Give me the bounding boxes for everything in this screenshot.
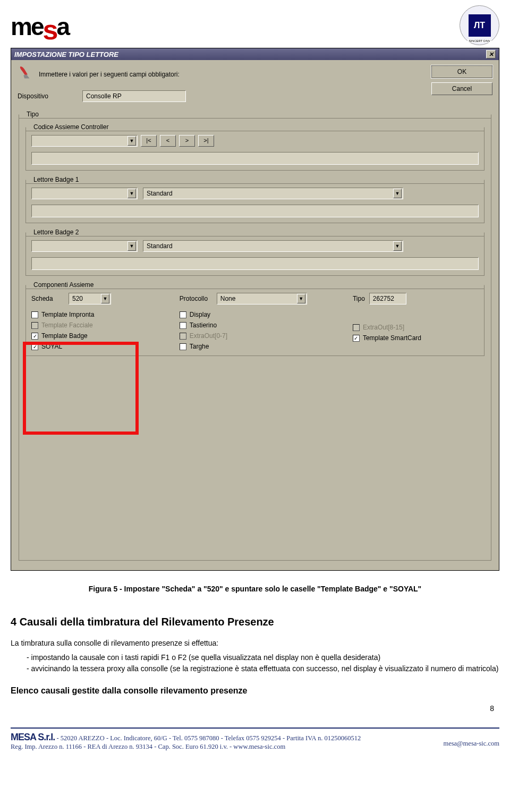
footer-logo: MESA S.r.l. [11,732,55,742]
template-impronta-checkbox[interactable]: Template Impronta [31,311,170,318]
componenti-group: Componenti Assieme Scheda 520▼ Template … [26,281,484,356]
badge2-id-dropdown[interactable]: ▼ [31,240,138,252]
page-header: mesa ЛТ SINCERT DNV [0,0,510,48]
figure-caption: Figura 5 - Impostare "Scheda" a "520" e … [11,583,499,595]
template-badge-checkbox[interactable]: ✓Template Badge [31,332,170,340]
section-title: 4 Causali della timbratura del Rilevamen… [11,616,499,628]
dialog-titlebar: IMPOSTAZIONE TIPO LETTORE ✕ [11,48,499,60]
footer-email: mesa@mesa-sic.com [443,740,499,747]
page-number: 8 [0,704,494,713]
tipo-label: Tipo [353,295,365,302]
chevron-down-icon: ▼ [128,136,136,146]
tipo-value-field: 262752 [369,293,406,304]
template-smartcard-checkbox[interactable]: ✓Template SmartCard [353,334,479,342]
hand-icon [18,65,33,83]
nav-first-button[interactable]: |< [141,135,157,147]
badge1-desc-field[interactable] [31,205,479,217]
codice-desc-field[interactable] [31,152,479,165]
badge2-legend: Lettore Badge 2 [31,229,81,236]
certification-badge: ЛТ SINCERT DNV [460,5,499,45]
componenti-legend: Componenti Assieme [31,281,96,289]
ok-button[interactable]: OK [431,65,492,78]
chevron-down-icon: ▼ [128,189,136,198]
badge1-legend: Lettore Badge 1 [31,176,81,183]
template-facciale-checkbox: Template Facciale [31,322,170,329]
codice-legend: Codice Assieme Controller [31,123,110,131]
chevron-down-icon: ▼ [128,241,136,251]
mesa-logo: mesa [11,10,69,41]
nav-prev-button[interactable]: < [160,135,176,147]
scheda-dropdown[interactable]: 520▼ [69,293,111,304]
badge1-group: Lettore Badge 1 ▼ Standard▼ [26,176,484,223]
intro-text: Immettere i valori per i seguenti campi … [39,71,180,78]
footer-line1: - 52020 AREZZO - Loc. Indicatore, 60/G -… [56,734,361,742]
extraout815-checkbox: ExtraOut[8-15] [353,324,479,331]
badge2-desc-field[interactable] [31,257,479,270]
bullet-item: impostando la causale con i tasti rapidi… [27,652,499,663]
codice-group: Codice Assieme Controller ▼ |< < > >| [26,123,484,171]
bullet-list: impostando la causale con i tasti rapidi… [27,652,499,674]
cert-inner-icon: ЛТ [469,14,491,37]
scheda-value: 520 [72,295,83,302]
badge1-type-dropdown[interactable]: Standard▼ [143,188,403,199]
chevron-down-icon: ▼ [101,294,109,303]
tipo-legend: Tipo [24,111,41,118]
chevron-down-icon: ▼ [297,294,305,303]
dialog-window: IMPOSTAZIONE TIPO LETTORE ✕ Immettere i … [11,48,499,571]
cert-label: SINCERT DNV [468,39,491,43]
targhe-checkbox[interactable]: Targhe [180,343,343,350]
display-checkbox[interactable]: Display [180,311,343,318]
device-field[interactable]: Consolle RP [82,90,186,102]
extraout07-checkbox: ExtraOut[0-7] [180,332,343,340]
codice-dropdown[interactable]: ▼ [31,135,138,147]
protocollo-dropdown[interactable]: None▼ [217,293,307,304]
dialog-title: IMPOSTAZIONE TIPO LETTORE [14,50,118,58]
protocollo-value: None [220,295,236,302]
scheda-label: Scheda [31,295,63,302]
nav-last-button[interactable]: >| [198,135,214,147]
tastierino-checkbox[interactable]: Tastierino [180,322,343,329]
soyal-checkbox[interactable]: ✓SOYAL [31,343,170,350]
cancel-button[interactable]: Cancel [431,82,492,95]
badge1-id-dropdown[interactable]: ▼ [31,188,138,199]
device-label: Dispositivo [18,92,76,100]
badge2-type-dropdown[interactable]: Standard▼ [143,240,403,252]
protocollo-label: Protocollo [180,295,211,302]
badge1-type-value: Standard [147,190,173,197]
chevron-down-icon: ▼ [393,241,402,251]
close-button[interactable]: ✕ [486,50,496,58]
bullet-item: avvicinando la tessera proxy alla consol… [27,663,499,674]
section-intro: La timbratura sulla consolle di rilevame… [11,638,499,649]
chevron-down-icon: ▼ [393,189,402,198]
badge2-group: Lettore Badge 2 ▼ Standard▼ [26,229,484,276]
badge2-type-value: Standard [147,242,173,250]
tipo-group: Tipo Codice Assieme Controller ▼ |< < > … [19,111,491,561]
page-footer: MESA S.r.l. - 52020 AREZZO - Loc. Indica… [11,728,499,757]
footer-line2: Reg. Imp. Arezzo n. 11166 - REA di Arezz… [11,743,285,750]
subsection-title: Elenco causali gestite dalla consolle ri… [11,686,499,696]
nav-next-button[interactable]: > [179,135,195,147]
